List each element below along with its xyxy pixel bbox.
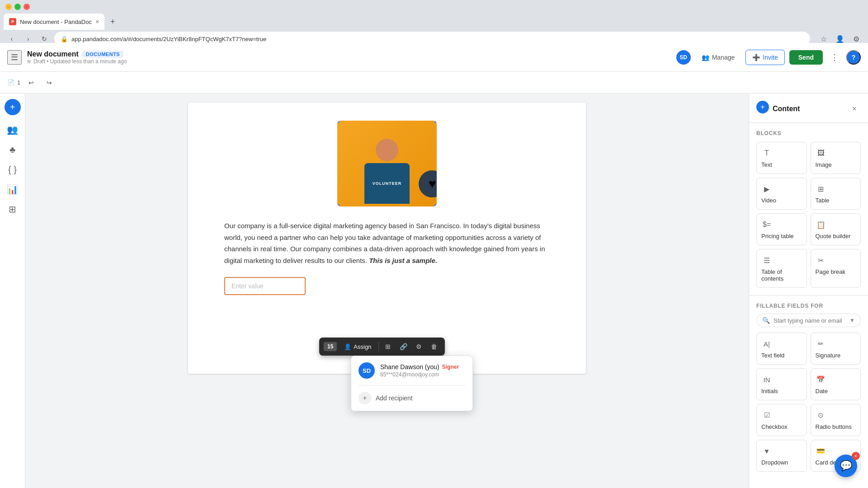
assign-label: Assign [354, 343, 371, 350]
heart-overlay: ♥ [419, 170, 437, 197]
chart-icon-button[interactable]: 📊 [4, 180, 22, 198]
checkbox-label: Checkbox [761, 423, 788, 430]
dropdown-arrow-icon: ▼ [849, 317, 855, 324]
ft-delete-button[interactable]: 🗑 [428, 340, 440, 353]
fillable-initials[interactable]: IN Initials [756, 368, 807, 400]
resize-handle-bl[interactable] [337, 204, 340, 206]
sidebar-close-button[interactable]: × [848, 103, 861, 115]
image-block-label: Image [816, 161, 832, 168]
fillable-fields-grid: A| Text field ✏ Signature IN Initials 📅 … [756, 333, 861, 472]
resize-handle-tl[interactable] [337, 121, 340, 123]
design-icon-button[interactable]: ♣ [4, 141, 22, 159]
text-block-icon: T [761, 148, 772, 159]
assign-user-email: 85***024@moodjoy.com [380, 371, 465, 378]
doc-page: VOLUNTEER ♥ Our company is a full-servic [188, 103, 586, 374]
pricing-block-icon: $= [761, 219, 772, 230]
send-button[interactable]: Send [789, 50, 823, 65]
image-block-icon: 🖼 [816, 148, 826, 159]
hamburger-button[interactable]: ☰ [7, 50, 22, 65]
assign-button[interactable]: 👤 Assign [340, 341, 376, 352]
doc-badge: DOCUMENTS [82, 51, 123, 58]
code-icon-button[interactable]: { } [4, 160, 22, 178]
fillable-search-input[interactable] [774, 317, 846, 324]
tab-close-button[interactable]: × [95, 18, 99, 25]
radio-icon: ⊙ [816, 410, 826, 421]
minimize-button[interactable]: – [5, 4, 12, 10]
add-block-button[interactable]: + [5, 99, 21, 115]
dropdown-label: Dropdown [761, 459, 788, 466]
manage-label: Manage [712, 54, 735, 61]
block-item-table[interactable]: ⊞ Table [811, 178, 861, 210]
window-controls[interactable]: – □ × [5, 4, 30, 10]
invite-icon: ➕ [752, 54, 760, 61]
fillable-search-bar[interactable]: 🔍 ▼ [756, 314, 861, 327]
doc-body-italic: This is just a sample. [369, 257, 437, 264]
help-button[interactable]: ? [846, 50, 861, 65]
recipients-icon-button[interactable]: 👥 [4, 121, 22, 139]
invite-button[interactable]: ➕ Invite [745, 50, 784, 65]
fillable-date[interactable]: 📅 Date [811, 368, 861, 400]
fillable-checkbox[interactable]: ☑ Checkbox [756, 404, 807, 436]
initials-icon: IN [761, 374, 772, 385]
block-item-pricing[interactable]: $= Pricing table [756, 213, 807, 245]
chat-close-button[interactable]: × [852, 452, 860, 460]
chat-bubble-button[interactable]: 💬 × [835, 455, 857, 477]
page-icon: 📄 [7, 79, 14, 86]
more-options-button[interactable]: ⋮ [827, 50, 842, 65]
left-icon-bar: + 👥 ♣ { } 📊 ⊞ [0, 94, 25, 488]
person-body: VOLUNTEER [364, 163, 410, 204]
block-item-image[interactable]: 🖼 Image [811, 142, 861, 174]
ft-link-button[interactable]: 🔗 [397, 340, 410, 353]
fillable-signature[interactable]: ✏ Signature [811, 333, 861, 365]
radio-label: Radio buttons [816, 423, 852, 430]
manage-button[interactable]: 👥 Manage [695, 50, 741, 65]
grid-icon-button[interactable]: ⊞ [4, 200, 22, 218]
resize-handle-tr[interactable] [434, 121, 437, 123]
new-tab-button[interactable]: + [106, 15, 119, 28]
status-text: Draft • Updated less than a minute ago [33, 58, 127, 65]
pricing-block-label: Pricing table [761, 233, 794, 239]
manage-icon: 👥 [702, 54, 709, 61]
fillable-title: FILLABLE FIELDS FOR [756, 303, 861, 309]
checkbox-icon: ☑ [761, 410, 772, 421]
signature-icon: ✏ [816, 338, 826, 349]
doc-title-text: New document [27, 50, 79, 58]
add-recipient-label: Add recipient [376, 394, 413, 402]
fillable-radio[interactable]: ⊙ Radio buttons [811, 404, 861, 436]
fillable-dropdown[interactable]: ▼ Dropdown [756, 440, 807, 472]
fillable-text-field[interactable]: A| Text field [756, 333, 807, 365]
block-item-video[interactable]: ▶ Video [756, 178, 807, 210]
tab-bar: P New document - PandaDoc × + [0, 14, 868, 30]
undo-button[interactable]: ↩ [24, 75, 38, 90]
close-window-button[interactable]: × [24, 4, 30, 10]
redo-button[interactable]: ↪ [42, 75, 57, 90]
browser-chrome: – □ × P New document - PandaDoc × + ‹ › … [0, 0, 868, 43]
block-item-pagebreak[interactable]: ✂ Page break [811, 249, 861, 288]
maximize-button[interactable]: □ [14, 4, 21, 10]
doc-area: VOLUNTEER ♥ Our company is a full-servic [25, 94, 749, 488]
text-block-label: Text [761, 161, 772, 168]
active-tab[interactable]: P New document - PandaDoc × [4, 14, 104, 30]
assign-user-item[interactable]: SD Shane Dawson (you) Signer 85***024@mo… [351, 356, 472, 385]
add-recipient-icon: + [359, 392, 371, 404]
person-figure: VOLUNTEER [355, 134, 419, 206]
card-details-icon: 💳 [816, 446, 826, 456]
block-item-text[interactable]: T Text [756, 142, 807, 174]
sidebar-add-button[interactable]: + [756, 101, 769, 113]
add-recipient-button[interactable]: + Add recipient [351, 385, 472, 411]
doc-image-block[interactable]: VOLUNTEER ♥ [337, 121, 437, 206]
ft-settings-button[interactable]: ⚙ [412, 340, 425, 353]
block-item-quote[interactable]: 📋 Quote builder [811, 213, 861, 245]
sidebar-header: + Content × [749, 94, 868, 123]
toc-block-icon: ☰ [761, 255, 772, 266]
floating-toolbar: 15 👤 Assign ⊞ 🔗 ⚙ 🗑 [319, 338, 445, 356]
user-avatar[interactable]: SD [676, 50, 691, 65]
doc-title-area: New document DOCUMENTS Draft • Updated l… [27, 50, 127, 65]
resize-handle-br[interactable] [434, 204, 437, 206]
doc-status: Draft • Updated less than a minute ago [27, 58, 127, 65]
ft-add-button[interactable]: ⊞ [382, 340, 394, 353]
text-field-widget[interactable]: Enter value [224, 277, 306, 295]
main-area: + 👥 ♣ { } 📊 ⊞ VOLUNTEER [0, 94, 868, 488]
header-actions: SD 👥 Manage ➕ Invite Send ⋮ ? [676, 50, 861, 65]
block-item-toc[interactable]: ☰ Table of contents [756, 249, 807, 288]
